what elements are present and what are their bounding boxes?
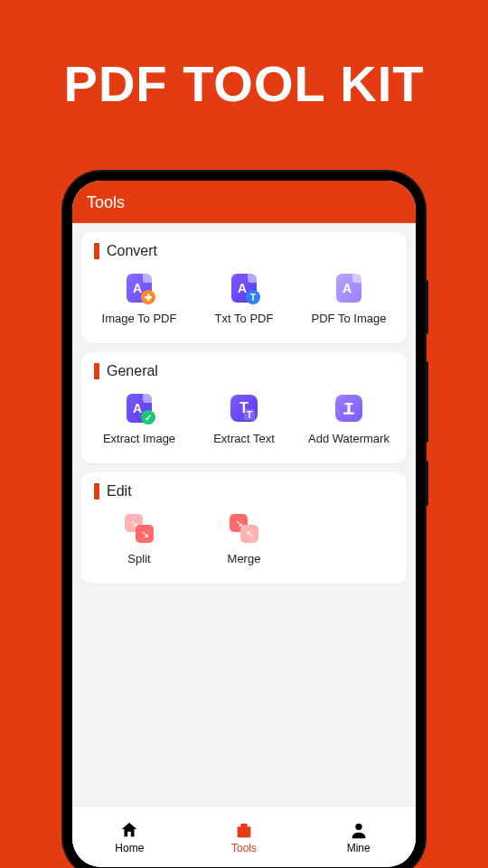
svg-rect-0 xyxy=(345,403,353,405)
txt-to-pdf-icon: A T xyxy=(228,272,260,304)
pdf-to-image-icon: A xyxy=(333,272,365,304)
tool-label: Extract Text xyxy=(213,432,275,445)
image-to-pdf-icon: A ✚ xyxy=(123,272,155,304)
tool-label: Split xyxy=(127,552,150,565)
person-icon xyxy=(349,820,369,840)
phone-side-button xyxy=(425,280,428,334)
tool-pdf-to-image[interactable]: A PDF To Image xyxy=(298,268,399,329)
tool-label: Add Watermark xyxy=(308,432,389,445)
section-accent-icon xyxy=(94,483,99,499)
bottom-nav: Home Tools Mine xyxy=(72,806,416,867)
section-title: Convert xyxy=(107,243,157,259)
tool-txt-to-pdf[interactable]: A T Txt To PDF xyxy=(193,268,295,329)
tool-add-watermark[interactable]: Add Watermark xyxy=(298,388,399,449)
tool-label: PDF To Image xyxy=(312,312,387,325)
tool-label: Extract Image xyxy=(103,432,175,445)
section-edit: Edit ↘ ↘ Split xyxy=(81,472,407,583)
app-bar: Tools xyxy=(72,181,416,223)
nav-tools[interactable]: Tools xyxy=(187,807,302,867)
tool-split[interactable]: ↘ ↘ Split xyxy=(89,509,190,569)
tool-label: Txt To PDF xyxy=(215,312,274,325)
section-accent-icon xyxy=(94,363,99,379)
app-bar-title: Tools xyxy=(87,193,125,211)
watermark-icon xyxy=(333,392,365,425)
hero-title: PDF TOOL KIT xyxy=(0,0,488,113)
nav-mine[interactable]: Mine xyxy=(301,807,416,867)
section-convert: Convert A ✚ Image To PDF A T xyxy=(81,232,407,343)
tool-label: Image To PDF xyxy=(102,312,177,325)
home-icon xyxy=(119,820,139,840)
extract-text-icon: TT xyxy=(228,392,260,425)
section-title: Edit xyxy=(107,483,132,499)
section-accent-icon xyxy=(94,243,99,259)
section-general: General A ✓ Extract Image TT Ex xyxy=(81,352,407,463)
svg-point-3 xyxy=(355,823,361,829)
nav-home[interactable]: Home xyxy=(72,807,187,867)
nav-label: Home xyxy=(115,842,144,854)
tool-merge[interactable]: ↘ ↖ Merge xyxy=(193,509,295,569)
phone-frame: Tools Convert A ✚ Image To PDF xyxy=(63,172,425,868)
nav-label: Tools xyxy=(231,842,257,854)
phone-side-button xyxy=(425,361,428,443)
screen: Tools Convert A ✚ Image To PDF xyxy=(72,181,416,867)
tool-label: Merge xyxy=(228,552,261,565)
tool-extract-text[interactable]: TT Extract Text xyxy=(193,388,295,449)
extract-image-icon: A ✓ xyxy=(123,392,155,425)
content-area: Convert A ✚ Image To PDF A T xyxy=(72,223,416,867)
phone-side-button xyxy=(425,461,428,506)
tools-icon xyxy=(234,820,254,840)
section-title: General xyxy=(107,363,158,379)
merge-icon: ↘ ↖ xyxy=(228,512,260,545)
split-icon: ↘ ↘ xyxy=(123,512,155,545)
tool-image-to-pdf[interactable]: A ✚ Image To PDF xyxy=(89,268,190,329)
tool-extract-image[interactable]: A ✓ Extract Image xyxy=(89,388,190,449)
nav-label: Mine xyxy=(347,842,371,854)
svg-rect-2 xyxy=(343,413,354,415)
